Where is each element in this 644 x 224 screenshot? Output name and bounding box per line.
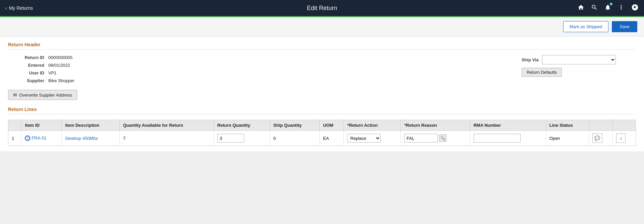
back-button[interactable]: ‹ My Returns: [5, 5, 33, 11]
return-reason-input[interactable]: [404, 134, 438, 143]
cell-line-status: Open: [546, 131, 589, 146]
search-icon: 🔍: [440, 136, 445, 141]
block-icon[interactable]: [631, 4, 639, 13]
entered-label: Entered: [8, 63, 48, 68]
overwrite-btn-row: ✉ Overwrite Supplier Address: [8, 90, 636, 100]
return-lines-table-wrapper: Item ID Item Description Quantity Availa…: [8, 120, 636, 146]
return-quantity-input[interactable]: [217, 134, 244, 143]
detail-arrow-button[interactable]: ›: [616, 133, 626, 143]
cell-comment-btn: 💬: [589, 131, 613, 146]
item-description-link[interactable]: Desktop 450Mhz: [65, 136, 98, 141]
content-area: Return Header Return ID 0000000005 Enter…: [0, 37, 644, 151]
item-info-icon[interactable]: ⓘ: [25, 135, 30, 141]
comment-icon: 💬: [594, 135, 600, 141]
cell-detail-btn: ›: [613, 131, 636, 146]
col-qty-available: Quantity Available for Return: [119, 120, 214, 131]
ship-via-select[interactable]: [542, 55, 616, 64]
action-bar: Mark as Shipped Save: [0, 17, 644, 37]
col-ship-quantity: Ship Quantity: [270, 120, 320, 131]
ship-via-label: Ship Via: [522, 57, 539, 62]
navbar: ‹ My Returns Edit Return: [0, 0, 644, 16]
envelope-icon: ✉: [13, 92, 17, 98]
cell-return-quantity: [214, 131, 270, 146]
return-lines-table: Item ID Item Description Quantity Availa…: [8, 120, 636, 146]
user-id-value: VP1: [48, 70, 74, 75]
bell-icon[interactable]: [604, 4, 611, 12]
col-return-reason: *Return Reason: [401, 120, 470, 131]
col-rma-number: RMA Number: [470, 120, 546, 131]
return-id-value: 0000000005: [48, 55, 74, 60]
reason-input-wrap: 🔍: [404, 134, 466, 143]
mark-as-shipped-button[interactable]: Mark as Shipped: [563, 21, 609, 32]
more-vert-icon[interactable]: [618, 4, 625, 12]
return-action-select[interactable]: Replace Credit Exchange: [347, 134, 381, 143]
col-return-action: *Return Action: [344, 120, 401, 131]
cell-ship-quantity: 0: [270, 131, 320, 146]
return-lines-title: Return Lines: [8, 107, 636, 114]
return-header-section: Return ID 0000000005 Entered 08/01/2022 …: [8, 55, 636, 83]
home-icon[interactable]: [578, 4, 584, 12]
save-button[interactable]: Save: [612, 21, 637, 32]
col-item-id: Item ID: [21, 120, 62, 131]
page-title: Edit Return: [307, 5, 337, 12]
return-lines-section: Return Lines Item ID Item Description Qu…: [8, 107, 636, 146]
col-line-status: Line Status: [546, 120, 589, 131]
col-item-description: Item Description: [62, 120, 120, 131]
cell-rma-number: [470, 131, 546, 146]
navbar-icons: [578, 4, 639, 13]
col-line-number: [8, 120, 21, 131]
col-return-quantity: Return Quantity: [214, 120, 270, 131]
entered-value: 08/01/2022: [48, 63, 74, 68]
cell-line-number: 1: [8, 131, 21, 146]
cell-return-reason: 🔍: [401, 131, 470, 146]
supplier-value: Bike Shopper: [48, 78, 74, 83]
col-detail: [613, 120, 636, 131]
comment-button[interactable]: 💬: [592, 133, 602, 143]
header-fields-left: Return ID 0000000005 Entered 08/01/2022 …: [8, 55, 74, 83]
overwrite-supplier-button[interactable]: ✉ Overwrite Supplier Address: [8, 90, 77, 100]
back-label: My Returns: [9, 5, 33, 11]
overwrite-supplier-label: Overwrite Supplier Address: [19, 93, 72, 98]
col-uom: UOM: [320, 120, 344, 131]
table-row: 1 ⓘ FRA-51 Desktop 450Mhz 7 0: [8, 131, 636, 146]
return-id-label: Return ID: [8, 55, 48, 60]
table-header-row: Item ID Item Description Quantity Availa…: [8, 120, 636, 131]
return-defaults-button[interactable]: Return Defaults: [522, 68, 562, 77]
col-comment: [589, 120, 613, 131]
header-fields-right: Ship Via Return Defaults: [522, 55, 636, 83]
ship-via-row: Ship Via: [522, 55, 616, 64]
rma-number-input[interactable]: [474, 134, 521, 143]
return-reason-search-button[interactable]: 🔍: [439, 134, 446, 142]
cell-uom: EA: [320, 131, 344, 146]
cell-item-id: ⓘ FRA-51: [21, 131, 62, 146]
search-icon[interactable]: [591, 4, 598, 12]
cell-qty-available: 7: [119, 131, 214, 146]
return-header-title: Return Header: [8, 42, 636, 50]
supplier-label: Supplier: [8, 78, 48, 83]
back-arrow-icon: ‹: [5, 5, 7, 11]
cell-return-action: Replace Credit Exchange: [344, 131, 401, 146]
cell-item-description: Desktop 450Mhz: [62, 131, 120, 146]
arrow-right-icon: ›: [620, 136, 622, 141]
user-id-label: User ID: [8, 70, 48, 75]
notification-badge: [610, 3, 612, 5]
item-id-link[interactable]: FRA-51: [32, 135, 47, 141]
